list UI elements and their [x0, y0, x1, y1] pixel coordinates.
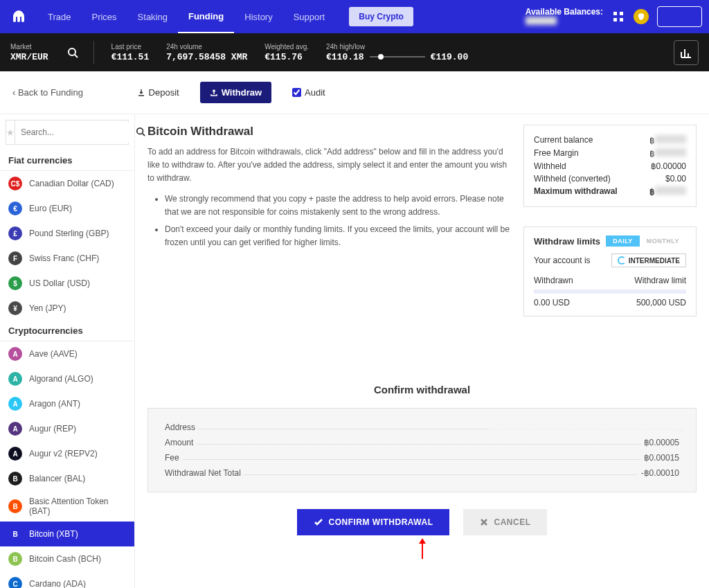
net-total-value: -฿0.00010 [638, 468, 682, 478]
last-price: €111.51 [111, 52, 150, 62]
currency-sidebar: ★ Fiat currencies C$Canadian Dollar (CAD… [0, 114, 135, 588]
currency-label: Basic Attention Token (BAT) [29, 497, 126, 516]
nav-funding[interactable]: Funding [178, 0, 234, 33]
instruction-bullet: Don't exceed your daily or monthly fundi… [165, 223, 510, 249]
search-market-icon[interactable] [66, 46, 80, 60]
grid-icon[interactable] [611, 10, 625, 24]
sidebar-item-chf[interactable]: FSwiss Franc (CHF) [0, 246, 134, 271]
currency-icon: B [8, 499, 22, 513]
fee-value: ฿0.00015 [641, 453, 682, 463]
limit-value: 500,000 USD [636, 298, 686, 308]
nav-history[interactable]: History [234, 0, 282, 33]
nav-prices[interactable]: Prices [81, 0, 127, 33]
range-high: €119.00 [431, 52, 469, 62]
tier-badge: INTERMEDIATE [611, 253, 686, 267]
search-input[interactable] [15, 122, 130, 143]
currency-icon: £ [8, 226, 22, 240]
currency-icon: C [8, 577, 22, 588]
market-pair[interactable]: XMR/EUR [10, 52, 48, 62]
sidebar-item-repv2[interactable]: AAugur v2 (REPV2) [0, 441, 134, 466]
currency-label: Cardano (ADA) [29, 579, 86, 588]
sidebar-item-bat[interactable]: BBasic Attention Token (BAT) [0, 491, 134, 522]
currency-label: Balancer (BAL) [29, 474, 85, 483]
currency-icon: € [8, 202, 22, 215]
fiat-header: Fiat currencies [0, 150, 134, 171]
nav-trade[interactable]: Trade [37, 0, 81, 33]
currency-icon: A [8, 347, 22, 361]
account-menu[interactable] [657, 6, 702, 27]
currency-icon: $ [8, 276, 22, 290]
currency-label: US Dollar (USD) [29, 278, 90, 288]
sidebar-item-bal[interactable]: BBalancer (BAL) [0, 466, 134, 491]
currency-label: Aragon (ANT) [29, 399, 80, 409]
annotation-arrow [147, 538, 697, 561]
sidebar-item-eur[interactable]: €Euro (EUR) [0, 196, 134, 221]
x-icon [480, 518, 488, 526]
sidebar-item-bch[interactable]: BBitcoin Cash (BCH) [0, 546, 134, 571]
market-bar: Market XMR/EUR Last price€111.51 24h vol… [0, 33, 709, 71]
tab-withdraw[interactable]: Withdraw [200, 82, 271, 103]
address-value-hidden [488, 422, 682, 431]
currency-label: Swiss Franc (CHF) [29, 253, 99, 263]
limit-progress-bar [534, 289, 686, 294]
currency-label: Pound Sterling (GBP) [29, 229, 109, 238]
currency-label: Augur v2 (REPV2) [29, 449, 98, 458]
cancel-button[interactable]: CANCEL [463, 509, 547, 535]
buy-crypto-button[interactable]: Buy Crypto [349, 7, 413, 26]
currency-icon: F [8, 251, 22, 265]
sidebar-item-rep[interactable]: AAugur (REP) [0, 416, 134, 441]
svg-rect-1 [620, 12, 623, 15]
currency-icon: A [8, 397, 22, 411]
limits-tab-daily[interactable]: DAILY [606, 235, 640, 247]
currency-icon: B [8, 527, 22, 541]
sidebar-item-ant[interactable]: AAragon (ANT) [0, 391, 134, 416]
svg-line-5 [75, 55, 78, 57]
svg-marker-13 [419, 538, 426, 544]
limits-panel: Withdraw limits DAILY MONTHLY Your accou… [523, 226, 697, 317]
tab-deposit[interactable]: Deposit [130, 83, 186, 102]
range-slider [370, 56, 425, 57]
sidebar-item-jpy[interactable]: ¥Yen (JPY) [0, 296, 134, 321]
currency-icon: C$ [8, 177, 22, 190]
instruction-bullet: We strongly recommend that you copy + pa… [165, 193, 510, 219]
top-nav: Trade Prices Staking Funding History Sup… [0, 0, 709, 33]
sidebar-item-algo[interactable]: AAlgorand (ALGO) [0, 366, 134, 391]
withheld-converted-value: $0.00 [665, 174, 686, 184]
kraken-logo-icon [11, 8, 28, 25]
market-label: Market [10, 43, 48, 51]
withheld-value: ฿0.00000 [651, 161, 686, 171]
tier-circle-icon [618, 256, 626, 265]
sidebar-item-gbp[interactable]: £Pound Sterling (GBP) [0, 221, 134, 246]
sidebar-item-xbt[interactable]: BBitcoin (XBT) [0, 522, 134, 546]
sidebar-item-cad[interactable]: C$Canadian Dollar (CAD) [0, 171, 134, 196]
amount-value: ฿0.00005 [641, 438, 682, 447]
sidebar-item-ada[interactable]: CCardano (ADA) [0, 571, 134, 588]
favorites-star-icon[interactable]: ★ [6, 121, 15, 144]
nav-staking[interactable]: Staking [127, 0, 178, 33]
confirm-title: Confirm withdrawal [147, 384, 697, 395]
withdrawn-value: 0.00 USD [534, 298, 570, 308]
currency-label: Canadian Dollar (CAD) [29, 179, 114, 188]
limits-tab-monthly[interactable]: MONTHLY [640, 235, 686, 247]
currency-icon: A [8, 372, 22, 386]
currency-label: Bitcoin Cash (BCH) [29, 554, 101, 564]
sidebar-item-usd[interactable]: $US Dollar (USD) [0, 271, 134, 296]
shield-icon[interactable] [634, 9, 649, 24]
chart-toggle-icon[interactable] [674, 40, 699, 65]
currency-icon: B [8, 472, 22, 485]
nav-support[interactable]: Support [283, 0, 336, 33]
confirm-withdrawal-button[interactable]: CONFIRM WITHDRAWAL [297, 509, 450, 535]
crypto-header: Cryptocurrencies [0, 321, 134, 341]
svg-point-4 [69, 48, 75, 55]
volume-24h: 7,697.58458 XMR [166, 52, 247, 62]
currency-icon: B [8, 552, 22, 566]
funding-tabs: ‹ Back to Funding Deposit Withdraw Audit [0, 71, 709, 114]
back-to-funding-link[interactable]: ‹ Back to Funding [12, 87, 83, 98]
audit-checkbox[interactable] [292, 88, 301, 97]
sidebar-item-aave[interactable]: AAave (AAVE) [0, 341, 134, 366]
check-icon [314, 517, 323, 527]
tab-audit[interactable]: Audit [285, 83, 332, 102]
page-title: Bitcoin Withdrawal [147, 125, 510, 139]
upload-icon [210, 89, 218, 97]
range-low: €110.18 [326, 52, 364, 62]
